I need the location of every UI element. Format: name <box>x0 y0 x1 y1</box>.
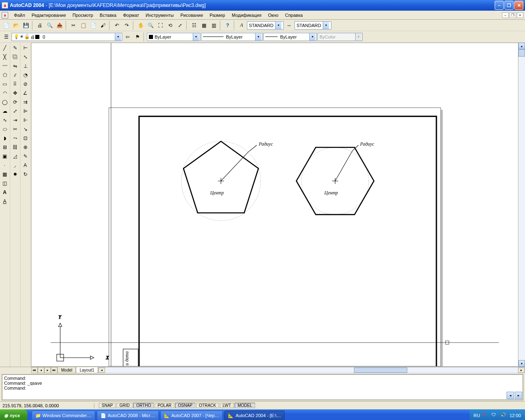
line-tool[interactable]: ╱ <box>0 43 9 52</box>
save-button[interactable]: 💾 <box>21 21 30 30</box>
clock[interactable]: 12:00 <box>509 413 521 418</box>
tray-icon[interactable]: 🛡 <box>491 412 498 419</box>
new-button[interactable]: 📄 <box>2 21 11 30</box>
chamfer-tool[interactable]: ◿ <box>10 152 20 161</box>
undo-button[interactable]: ↶ <box>112 21 121 30</box>
horizontal-scrollbar[interactable]: ◂ ▸ <box>98 367 525 373</box>
layer-dropdown[interactable]: 💡 ☀ 🔓 🖨 0 ▾ <box>11 33 122 41</box>
extend-tool[interactable]: ⤳ <box>10 134 20 143</box>
start-button[interactable]: ◉ пуск <box>0 409 27 420</box>
tool-palettes-button[interactable]: ▥ <box>209 21 218 30</box>
copy-tool[interactable]: ⿻ <box>10 52 20 62</box>
dim-tedit-tool[interactable]: A <box>21 161 30 170</box>
tray-icon[interactable]: K <box>482 412 489 419</box>
menu-edit[interactable]: Редактирование <box>28 12 69 18</box>
mtext-tool[interactable]: A <box>0 188 9 197</box>
dim-angular-tool[interactable]: ∠ <box>21 89 30 98</box>
region-tool[interactable]: ◫ <box>0 179 9 188</box>
dim-tolerance-tool[interactable]: ⊡ <box>21 134 30 143</box>
mdi-minimize-button[interactable]: – <box>502 12 509 18</box>
arc-tool[interactable]: ◠ <box>0 89 9 98</box>
dim-update-tool[interactable]: ↻ <box>21 170 30 179</box>
window-minimize-button[interactable]: – <box>495 1 504 10</box>
hatch-tool[interactable]: ▦ <box>0 170 9 179</box>
language-indicator[interactable]: RU <box>474 413 480 418</box>
command-window[interactable]: Command: Command: _qsave Command: ◂ ▸ <box>2 374 523 400</box>
pan-button[interactable]: ✋ <box>136 21 145 30</box>
lwt-toggle[interactable]: LWT <box>220 403 234 408</box>
cmd-scroll-right[interactable]: ▸ <box>515 392 522 399</box>
lineweight-control-dropdown[interactable]: ByLayer ▾ <box>263 33 317 41</box>
tab-layout1[interactable]: Layout1 <box>76 367 98 373</box>
text-style-dropdown[interactable]: STANDARD ▾ <box>247 21 284 30</box>
pline-tool[interactable]: 〰 <box>0 62 9 71</box>
publish-button[interactable]: 📤 <box>55 21 64 30</box>
dim-leader-tool[interactable]: ↘ <box>21 125 30 134</box>
window-maximize-button[interactable]: ❐ <box>504 1 514 10</box>
dim-diameter-tool[interactable]: ⊘ <box>21 80 30 89</box>
hscroll-left[interactable]: ◂ <box>98 368 105 373</box>
model-toggle[interactable]: MODEL <box>235 403 255 408</box>
copy-button[interactable]: 📋 <box>79 21 88 30</box>
redo-button[interactable]: ↷ <box>122 21 131 30</box>
otrack-toggle[interactable]: OTRACK <box>196 403 219 408</box>
system-tray[interactable]: RU K 🛡 🔊 12:00 <box>470 409 525 420</box>
dim-continue-tool[interactable]: ⊩ <box>21 116 30 125</box>
hscroll-thumb[interactable] <box>354 368 407 373</box>
spline-tool[interactable]: ∿ <box>0 116 9 125</box>
dim-center-tool[interactable]: ⊕ <box>21 143 30 152</box>
command-prompt[interactable]: Command: <box>4 386 521 390</box>
erase-tool[interactable]: ✎ <box>10 43 20 52</box>
menu-file[interactable]: Файл <box>11 12 28 18</box>
taskbar-item-active[interactable]: 📐AutoCAD 2004 - [E:\… <box>224 411 285 420</box>
hscroll-right[interactable]: ▸ <box>518 368 525 373</box>
cmd-scroll-left[interactable]: ◂ <box>507 392 514 399</box>
menu-help[interactable]: Справка <box>282 12 306 18</box>
polygon-tool[interactable]: ⬠ <box>0 71 9 80</box>
menu-draw[interactable]: Рисование <box>177 12 206 18</box>
mirror-tool[interactable]: ⇋ <box>10 62 20 71</box>
offset-tool[interactable]: ⫽ <box>10 71 20 80</box>
tab-nav-next[interactable]: ▸ <box>44 367 51 373</box>
tab-nav-prev[interactable]: ◂ <box>38 367 44 373</box>
dim-linear-tool[interactable]: ⊢ <box>21 43 30 52</box>
dim-style-dropdown[interactable]: STANDARD ▾ <box>294 21 331 30</box>
scroll-down-button[interactable]: ▾ <box>518 360 525 367</box>
text-tool[interactable]: A <box>0 197 9 206</box>
layer-previous-button[interactable]: ⇦ <box>123 32 132 41</box>
taskbar-item[interactable]: 📁Windows Commander… <box>32 411 95 420</box>
move-tool[interactable]: ✥ <box>10 89 20 98</box>
menu-tools[interactable]: Инструменты <box>142 12 177 18</box>
open-button[interactable]: 📂 <box>11 21 21 30</box>
dim-radius-tool[interactable]: ◔ <box>21 71 30 80</box>
window-close-button[interactable]: ✕ <box>514 1 523 10</box>
xline-tool[interactable]: ╳ <box>0 52 9 62</box>
dim-style-icon[interactable]: ↔ <box>285 21 294 30</box>
paste-button[interactable]: 📄 <box>89 21 98 30</box>
tray-icon[interactable]: 🔊 <box>500 412 507 419</box>
layer-manager-button[interactable]: ☰ <box>2 32 11 41</box>
scroll-track[interactable] <box>518 57 525 360</box>
help-button[interactable]: ? <box>223 21 232 30</box>
osnap-toggle[interactable]: OSNAP <box>175 403 195 408</box>
taskbar-item[interactable]: 📐AutoCAD 2007 - [Чер… <box>160 411 223 420</box>
menu-dimension[interactable]: Размер <box>206 12 228 18</box>
trim-tool[interactable]: ✂ <box>10 125 20 134</box>
menu-window[interactable]: Окно <box>265 12 282 18</box>
layer-states-button[interactable]: ⚑ <box>133 32 142 41</box>
scroll-up-button[interactable]: ▴ <box>518 43 525 49</box>
coordinate-display[interactable]: 215.9179, 156.0048, 0.0000 <box>0 403 94 408</box>
make-block-tool[interactable]: ▣ <box>0 152 9 161</box>
tab-nav-last[interactable]: ⏭ <box>51 367 57 373</box>
scale-tool[interactable]: ⤢ <box>10 107 20 116</box>
tab-nav-first[interactable]: ⏮ <box>31 367 38 373</box>
tab-model[interactable]: Model <box>57 367 76 373</box>
ellipse-arc-tool[interactable]: ◗ <box>0 134 9 143</box>
print-button[interactable]: 🖨 <box>35 21 44 30</box>
snap-toggle[interactable]: SNAP <box>99 403 116 408</box>
point-tool[interactable]: · <box>0 161 9 170</box>
array-tool[interactable]: ⠿ <box>10 80 20 89</box>
stretch-tool[interactable]: ⇥ <box>10 116 20 125</box>
text-style-icon[interactable]: A <box>237 21 246 30</box>
taskbar-item[interactable]: 📄AutoCAD 2008 - Micr… <box>97 411 159 420</box>
